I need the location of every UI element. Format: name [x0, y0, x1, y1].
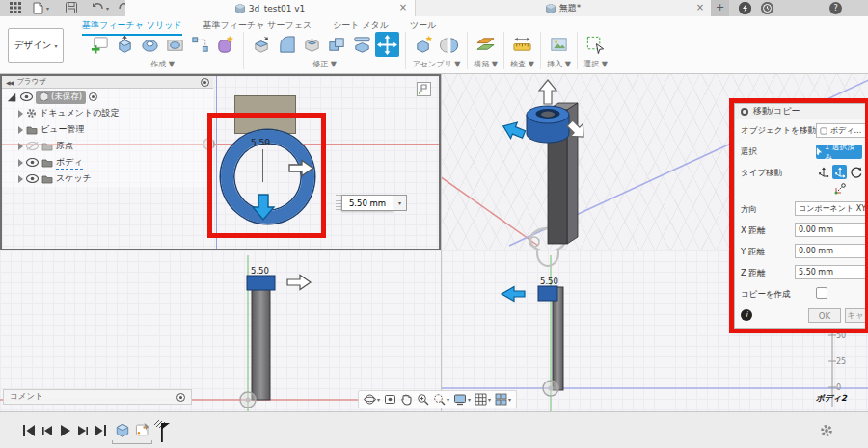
- dimension-dropdown-icon[interactable]: ▾: [393, 195, 407, 211]
- info-icon[interactable]: i: [741, 309, 752, 321]
- settings-gear-icon[interactable]: [820, 424, 833, 437]
- select-tool-icon[interactable]: [583, 32, 608, 57]
- display-settings-caret-icon[interactable]: ▾: [468, 396, 471, 403]
- file-menu-icon[interactable]: [33, 2, 46, 14]
- timeline-step-back-icon[interactable]: [42, 425, 53, 436]
- doc-tab-active[interactable]: 3d_test01 v1: [125, 0, 415, 16]
- group-label-insert[interactable]: 挿入 ▼: [547, 59, 571, 69]
- x-distance-input[interactable]: [795, 223, 868, 237]
- construction-plane-icon[interactable]: [474, 32, 498, 57]
- app-grid-icon[interactable]: [10, 2, 23, 14]
- z-distance-input[interactable]: [795, 265, 868, 279]
- browser-row-named-views[interactable]: ビュー管理: [2, 121, 213, 138]
- drag-arrow-right-icon[interactable]: [288, 159, 314, 177]
- viewport-bookmark-icon[interactable]: [417, 82, 431, 96]
- doc-tab2-close-icon[interactable]: ×: [694, 2, 706, 13]
- hole-icon[interactable]: [163, 32, 187, 57]
- expanded-triangle-icon[interactable]: [8, 92, 15, 100]
- move-arrow-up-icon[interactable]: [539, 80, 556, 104]
- collapse-panel-icon[interactable]: ◀◀: [6, 79, 13, 86]
- drag-arrow-right-icon[interactable]: [287, 276, 311, 290]
- insert-canvas-icon[interactable]: [547, 32, 571, 57]
- zoom-window-caret-icon[interactable]: ▾: [447, 396, 449, 403]
- timeline-step-forward-icon[interactable]: [77, 425, 88, 436]
- doc-tab-inactive[interactable]: 無題*: [415, 0, 711, 16]
- zoom-icon[interactable]: [417, 393, 429, 406]
- collapsed-triangle-icon[interactable]: [18, 110, 23, 118]
- extrude-icon[interactable]: [113, 32, 137, 57]
- drag-arrow-down-icon[interactable]: [251, 194, 276, 222]
- shell-icon[interactable]: [300, 32, 324, 57]
- viewports-icon[interactable]: ▾: [495, 393, 511, 406]
- dialog-header[interactable]: 移動/コピー: [735, 104, 867, 119]
- undo-icon[interactable]: [92, 2, 105, 14]
- group-label-create[interactable]: 作成 ▼: [150, 59, 175, 69]
- doc-tab-close-icon[interactable]: ×: [397, 2, 409, 13]
- browser-row-sketches[interactable]: スケッチ: [2, 171, 213, 187]
- group-label-modify[interactable]: 修正 ▼: [312, 59, 337, 69]
- dimension-value-input[interactable]: [341, 195, 393, 211]
- comments-toggle-icon[interactable]: [176, 393, 185, 402]
- visibility-eye-icon[interactable]: [20, 92, 33, 101]
- file-menu-caret[interactable]: ▾: [46, 5, 49, 12]
- look-at-icon[interactable]: [384, 393, 396, 406]
- undo-caret[interactable]: ▾: [106, 5, 109, 12]
- fillet-icon[interactable]: [275, 32, 299, 57]
- grid-settings-caret-icon[interactable]: ▾: [488, 396, 491, 403]
- drag-arrow-left-icon[interactable]: [502, 287, 525, 302]
- selection-button[interactable]: 1 選択済み: [816, 145, 862, 159]
- move-type-point-to-position-icon[interactable]: [832, 181, 847, 196]
- joint-icon[interactable]: [437, 32, 461, 57]
- timeline-position-marker[interactable]: [154, 417, 170, 442]
- collapsed-triangle-icon[interactable]: [18, 175, 23, 183]
- browser-row-doc-settings[interactable]: ドキュメントの設定: [2, 105, 213, 121]
- ring-body-front[interactable]: [247, 276, 275, 290]
- browser-row-bodies[interactable]: ボディ: [2, 154, 213, 171]
- comments-bar[interactable]: コメント: [3, 389, 192, 405]
- extensions-icon[interactable]: [739, 2, 751, 14]
- object-dropdown[interactable]: ボディ...: [816, 123, 868, 138]
- create-copy-checkbox[interactable]: [816, 287, 827, 299]
- revolve-icon[interactable]: [138, 32, 162, 57]
- move-type-translate-icon[interactable]: [832, 165, 847, 179]
- group-label-select[interactable]: 選択 ▼: [583, 59, 608, 69]
- root-document-chip[interactable]: (未保存): [36, 91, 86, 104]
- create-sketch-icon[interactable]: [88, 32, 112, 57]
- visibility-off-eye-icon[interactable]: [26, 142, 39, 150]
- ok-button[interactable]: OK: [808, 308, 841, 323]
- direction-dropdown[interactable]: コンポーネント XYZ: [795, 201, 868, 216]
- browser-root-row[interactable]: (未保存): [2, 89, 213, 105]
- group-label-construct[interactable]: 構築 ▼: [474, 59, 498, 69]
- sketch-dimension-icon[interactable]: [188, 32, 212, 57]
- move-arrow-left-icon[interactable]: [500, 119, 527, 143]
- create-form-icon[interactable]: [213, 32, 237, 57]
- group-label-assembly[interactable]: アセンブリ ▼: [413, 59, 461, 69]
- timeline-go-start-icon[interactable]: [23, 425, 35, 436]
- collapsed-triangle-icon[interactable]: [18, 159, 23, 167]
- pan-icon[interactable]: [400, 393, 413, 406]
- timeline-feature-extrude-icon[interactable]: [114, 421, 131, 438]
- job-status-clock-icon[interactable]: [761, 2, 773, 14]
- browser-header[interactable]: ◀◀ ブラウザ: [2, 76, 213, 89]
- browser-row-origin[interactable]: 原点: [2, 138, 213, 154]
- save-icon[interactable]: [66, 2, 79, 14]
- move-copy-icon[interactable]: [375, 32, 399, 57]
- viewport-front-view[interactable]: 5.50: [0, 250, 441, 411]
- viewports-caret-icon[interactable]: ▾: [508, 396, 511, 403]
- press-pull-icon[interactable]: [250, 32, 274, 57]
- y-distance-input[interactable]: [795, 244, 868, 258]
- move-type-free-icon[interactable]: [816, 165, 830, 179]
- collapsed-triangle-icon[interactable]: [18, 143, 23, 150]
- new-component-icon[interactable]: [412, 32, 436, 57]
- combine-icon[interactable]: [325, 32, 349, 57]
- offset-face-icon[interactable]: [350, 32, 374, 57]
- ring-body-side[interactable]: [538, 286, 557, 301]
- move-type-rotate-icon[interactable]: [849, 165, 863, 179]
- orbit-icon[interactable]: ▾: [364, 393, 380, 406]
- collapsed-triangle-icon[interactable]: [18, 126, 23, 134]
- activate-component-radio[interactable]: [89, 92, 97, 101]
- new-tab-button[interactable]: +: [711, 0, 729, 16]
- workspace-selector-button[interactable]: デザイン ▾: [8, 28, 64, 63]
- browser-filter-icon[interactable]: [201, 78, 209, 87]
- zoom-window-icon[interactable]: ▾: [433, 393, 449, 406]
